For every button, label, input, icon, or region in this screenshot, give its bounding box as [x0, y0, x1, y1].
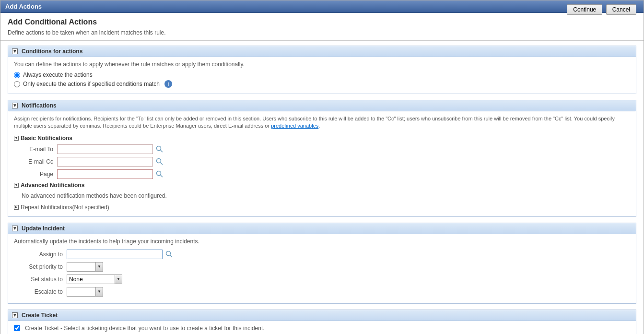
- page-actions: Continue Cancel: [565, 4, 636, 15]
- page-label: Page: [14, 171, 57, 178]
- page-row: Page: [14, 169, 630, 179]
- advanced-collapse-icon[interactable]: ▼: [14, 183, 19, 188]
- notifications-section: ▼ Notifications Assign recipients for no…: [8, 100, 636, 217]
- email-to-label: E-mail To: [14, 146, 57, 153]
- email-cc-search-icon: [156, 158, 164, 166]
- priority-row: Set priority to ▼: [14, 262, 630, 272]
- notifications-collapse-icon[interactable]: ▼: [12, 103, 18, 108]
- info-icon[interactable]: i: [164, 80, 172, 88]
- email-to-row: E-mail To: [14, 144, 630, 154]
- repeat-expand-icon[interactable]: ►: [14, 205, 19, 210]
- conditions-collapse-icon[interactable]: ▼: [12, 48, 18, 54]
- email-to-search-icon: [156, 145, 164, 153]
- email-cc-search-button[interactable]: [155, 157, 164, 167]
- notifications-section-header: ▼ Notifications: [8, 100, 636, 111]
- page-subtitle: Define actions to be taken when an incid…: [8, 29, 636, 36]
- page-header: Continue Cancel Add Conditional Actions …: [0, 13, 644, 41]
- status-label: Set status to: [14, 276, 67, 283]
- create-ticket-collapse-icon[interactable]: ▼: [12, 312, 18, 318]
- assign-to-row: Assign to: [14, 250, 630, 259]
- conditions-section: ▼ Conditions for actions You can define …: [8, 46, 636, 94]
- radio-always[interactable]: [14, 72, 20, 78]
- email-to-input[interactable]: [57, 144, 153, 154]
- main-window: Add Actions Continue Cancel Add Conditio…: [0, 0, 644, 334]
- status-row: Set status to None ▼: [14, 274, 630, 284]
- basic-notif-header: ▼ Basic Notifications: [14, 135, 630, 142]
- page-search-icon: [156, 170, 164, 178]
- assign-to-label: Assign to: [14, 251, 67, 258]
- escalate-select-wrapper: ▼: [67, 287, 103, 297]
- create-ticket-header: ▼ Create Ticket: [8, 310, 636, 321]
- content-area: ▼ Conditions for actions You can define …: [0, 41, 644, 334]
- escalate-dropdown-arrow[interactable]: ▼: [95, 287, 103, 297]
- conditions-body: You can define the actions to apply when…: [8, 57, 636, 94]
- svg-point-2: [157, 158, 161, 163]
- status-select-wrapper: None ▼: [67, 274, 122, 284]
- radio-conditional-label: Only execute the actions if specified co…: [23, 81, 160, 87]
- radio-conditional-row: Only execute the actions if specified co…: [14, 80, 630, 88]
- assign-to-search-button[interactable]: [164, 250, 174, 259]
- create-ticket-checkbox[interactable]: [14, 325, 20, 331]
- priority-label: Set priority to: [14, 263, 67, 270]
- update-incident-section: ▼ Update Incident Automatically update t…: [8, 223, 636, 304]
- priority-select[interactable]: [67, 262, 95, 272]
- update-collapse-icon[interactable]: ▼: [12, 226, 18, 231]
- advanced-notif-title: Advanced Notifications: [21, 182, 84, 189]
- conditions-description: You can define the actions to apply when…: [14, 61, 630, 68]
- window-titlebar: Add Actions: [0, 0, 644, 13]
- email-cc-row: E-mail Cc: [14, 157, 630, 167]
- create-ticket-section: ▼ Create Ticket Create Ticket - Select a…: [8, 310, 636, 334]
- notifications-title: Notifications: [22, 102, 57, 109]
- escalate-row: Escalate to ▼: [14, 287, 630, 297]
- update-incident-description: Automatically update the incidents to he…: [14, 238, 630, 245]
- priority-dropdown-arrow[interactable]: ▼: [95, 262, 103, 272]
- svg-line-1: [161, 150, 163, 152]
- update-incident-body: Automatically update the incidents to he…: [8, 234, 636, 303]
- predefined-variables-link[interactable]: predefined variables: [271, 123, 318, 129]
- update-incident-header: ▼ Update Incident: [8, 223, 636, 234]
- radio-conditional[interactable]: [14, 81, 20, 87]
- escalate-select[interactable]: [67, 287, 95, 297]
- window-title: Add Actions: [5, 3, 42, 10]
- advanced-notif-header: ▼ Advanced Notifications: [14, 182, 630, 189]
- cancel-button[interactable]: Cancel: [606, 4, 636, 15]
- notifications-body: Assign recipients for notifications. Rec…: [8, 111, 636, 216]
- svg-point-4: [157, 171, 161, 175]
- page-search-button[interactable]: [155, 169, 164, 179]
- basic-collapse-icon[interactable]: ▼: [14, 136, 19, 141]
- create-ticket-description: Create Ticket - Select a ticketing devic…: [25, 325, 265, 332]
- radio-always-label: Always execute the actions: [23, 72, 93, 78]
- repeat-notif-row: ► Repeat Notifications(Not specified): [14, 202, 630, 213]
- page-input[interactable]: [57, 169, 153, 179]
- email-cc-label: E-mail Cc: [14, 158, 57, 165]
- email-to-search-button[interactable]: [155, 144, 164, 154]
- status-dropdown-arrow[interactable]: ▼: [115, 274, 122, 284]
- radio-always-row: Always execute the actions: [14, 72, 630, 78]
- advanced-notif-text: No advanced notification methods have be…: [14, 191, 630, 202]
- svg-point-0: [157, 146, 161, 150]
- repeat-notif-label: Repeat Notifications(Not specified): [21, 204, 109, 211]
- email-cc-input[interactable]: [57, 157, 153, 167]
- assign-to-input[interactable]: [67, 250, 163, 259]
- create-ticket-body: Create Ticket - Select a ticketing devic…: [8, 321, 636, 334]
- notifications-description: Assign recipients for notifications. Rec…: [14, 115, 630, 130]
- priority-select-wrapper: ▼: [67, 262, 103, 272]
- conditions-section-header: ▼ Conditions for actions: [8, 46, 636, 57]
- conditions-title: Conditions for actions: [22, 48, 82, 55]
- create-ticket-title: Create Ticket: [22, 312, 58, 319]
- update-incident-title: Update Incident: [22, 225, 65, 232]
- status-select[interactable]: None: [67, 274, 115, 284]
- escalate-label: Escalate to: [14, 288, 67, 295]
- assign-to-search-icon: [165, 250, 173, 258]
- svg-line-7: [170, 255, 173, 257]
- create-ticket-checkbox-row: Create Ticket - Select a ticketing devic…: [14, 325, 630, 332]
- continue-button[interactable]: Continue: [567, 4, 602, 15]
- svg-point-6: [166, 251, 171, 255]
- svg-line-5: [161, 175, 163, 177]
- page-title: Add Conditional Actions: [8, 18, 636, 26]
- basic-notif-title: Basic Notifications: [21, 135, 72, 142]
- svg-line-3: [161, 162, 163, 165]
